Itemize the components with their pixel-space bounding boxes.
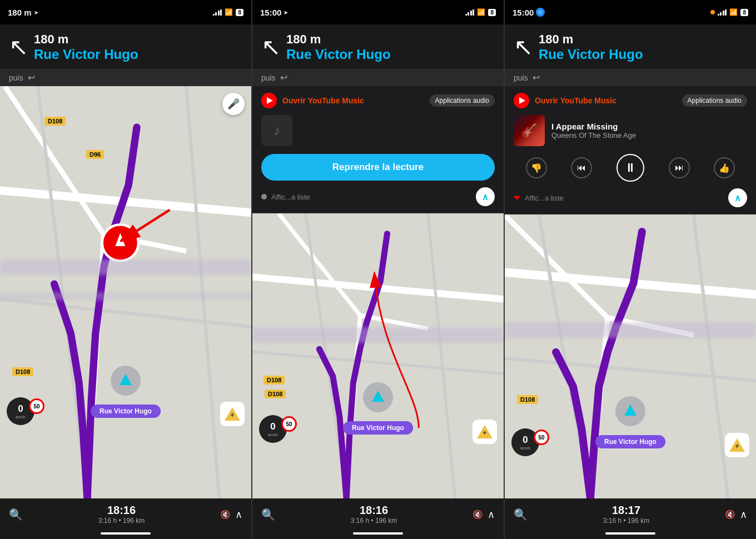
nav-distance-1: 180 m	[34, 32, 138, 47]
bottom-bar-3: 🔍 18:17 3:16 h • 196 km 🔇 ∧	[505, 498, 756, 528]
eta-details-2: 3:16 h • 196 km	[351, 517, 397, 525]
nav-street-1: Rue Victor Hugo	[34, 47, 138, 62]
search-btn-1[interactable]: 🔍	[9, 508, 23, 521]
nav-distance-3: 180 m	[539, 32, 643, 47]
car-marker-1	[111, 366, 141, 396]
speed-limit-2: 50	[281, 416, 297, 432]
next-btn[interactable]: ⏭	[669, 157, 690, 178]
voice-button-1[interactable]: 🎤	[222, 93, 245, 115]
youtube-icon-3	[514, 93, 529, 108]
yt-link-label-2[interactable]: Ouvrir YouTube Music	[282, 96, 364, 105]
street-pill-2: Rue Victor Hugo	[343, 421, 413, 435]
audio-apps-badge-2[interactable]: Applications audio	[430, 94, 495, 107]
pause-btn[interactable]: ⏸	[616, 154, 644, 182]
then-label-2: puis	[261, 73, 276, 82]
turn-arrow-3: ↖	[514, 36, 533, 59]
nav-street-2: Rue Victor Hugo	[286, 47, 391, 62]
audio-apps-badge-3[interactable]: Applications audio	[682, 94, 747, 107]
map-area-2[interactable]: D108 D108 Rue Victor Hugo 0 km/h	[252, 213, 504, 498]
mute-icon-2[interactable]: 🔇	[472, 510, 483, 520]
warning-button-1[interactable]: +	[220, 402, 245, 426]
then-arrow-icon-1: ↩	[28, 72, 35, 83]
playlist-link-2[interactable]: Affic...a liste	[271, 193, 310, 201]
track-artist: Queens Of The Stone Age	[551, 131, 636, 139]
mute-icon-3[interactable]: 🔇	[725, 510, 735, 520]
warning-button-3[interactable]: +	[725, 433, 749, 457]
road-label-d108-2a: D108	[265, 390, 286, 398]
nav-arrow-2: ➤	[284, 9, 288, 16]
search-btn-2[interactable]: 🔍	[261, 508, 275, 521]
track-title: I Appear Missing	[551, 122, 636, 131]
nav-street-3: Rue Victor Hugo	[539, 47, 643, 62]
time-1: 180 m	[8, 8, 32, 17]
map-area-1[interactable]: 🎤 D108 D96 D108 Rue Victor Hugo	[0, 86, 251, 498]
status-bar-3: 15:00 ⊙ 📶 8	[505, 0, 756, 24]
battery-1: 8	[236, 9, 243, 16]
wifi-icon-2: 📶	[477, 8, 485, 16]
road-label-d96: D96	[86, 150, 104, 159]
thumbdown-btn[interactable]: 👎	[526, 157, 547, 178]
mute-icon-1[interactable]: 🔇	[220, 510, 231, 520]
audio-panel-2: Ouvrir YouTube Music Applications audio …	[252, 86, 504, 213]
warning-button-2[interactable]: +	[472, 420, 497, 444]
battery-3: 8	[740, 9, 748, 16]
resume-button-2[interactable]: Reprendre la lecture	[261, 154, 495, 181]
status-bar-1: 180 m ➤ 📶 8	[0, 0, 252, 24]
then-label-3: puis	[514, 73, 528, 82]
speed-limit-1: 50	[29, 398, 44, 414]
road-label-d108-top: D108	[44, 117, 66, 126]
nav-header-1: ↖ 180 m Rue Victor Hugo	[0, 24, 252, 69]
phone-panel-1: 🎤 D108 D96 D108 Rue Victor Hugo	[0, 86, 252, 539]
street-pill-1: Rue Victor Hugo	[91, 405, 161, 418]
nav-arrow-1: ➤	[34, 9, 38, 16]
then-row-1: puis ↩	[0, 69, 252, 86]
prev-btn[interactable]: ⏮	[571, 157, 592, 178]
car-marker-2	[363, 382, 393, 412]
eta-details-3: 3:16 h • 196 km	[603, 517, 650, 525]
battery-2: 8	[488, 9, 496, 16]
bottom-bar-1: 🔍 18:16 3:16 h • 196 km 🔇 ∧	[0, 498, 251, 528]
turn-arrow-2: ↖	[261, 36, 281, 59]
nav-header-2: ↖ 180 m Rue Victor Hugo	[252, 24, 505, 69]
speed-limit-3: 50	[534, 430, 549, 445]
music-placeholder-2: ♪	[261, 115, 292, 146]
playlist-link-3[interactable]: Affic...a liste	[525, 194, 564, 202]
eta-time-1: 18:16	[98, 504, 145, 517]
then-arrow-icon-2: ↩	[280, 72, 287, 83]
expand-btn-3[interactable]: ∧	[740, 508, 747, 521]
phone-panel-2: Ouvrir YouTube Music Applications audio …	[252, 86, 505, 539]
yt-link-label-3[interactable]: Ouvrir YouTube Music	[535, 96, 616, 105]
eta-details-1: 3:16 h • 196 km	[98, 517, 145, 525]
expand-btn-1[interactable]: ∧	[235, 508, 242, 521]
search-btn-3[interactable]: 🔍	[514, 508, 528, 521]
wifi-icon-3: 📶	[729, 8, 738, 16]
svg-rect-20	[505, 214, 756, 498]
street-pill-3: Rue Victor Hugo	[595, 435, 665, 448]
thumbup-btn[interactable]: 👍	[714, 157, 735, 178]
status-bar-2: 15:00 ➤ 📶 8	[252, 0, 505, 24]
expand-btn-2[interactable]: ∧	[488, 508, 495, 521]
audio-panel-3: Ouvrir YouTube Music Applications audio …	[505, 86, 756, 214]
album-art-3: 🎸	[514, 115, 545, 146]
youtube-icon-2	[261, 93, 277, 108]
location-icon: ⊙	[536, 8, 545, 17]
then-row-2: puis ↩	[252, 69, 505, 86]
time-3: 15:00	[513, 8, 534, 17]
then-arrow-icon-3: ↩	[533, 72, 540, 83]
wifi-icon-1: 📶	[225, 8, 233, 16]
bottom-bar-2: 🔍 18:16 3:16 h • 196 km 🔇 ∧	[252, 498, 504, 528]
eta-time-3: 18:17	[603, 504, 650, 517]
time-2: 15:00	[260, 8, 281, 17]
nav-header-3: ↖ 180 m Rue Victor Hugo	[505, 24, 756, 69]
map-area-3[interactable]: D108 Rue Victor Hugo 0 km/h 50	[505, 214, 756, 498]
phone-panel-3: Ouvrir YouTube Music Applications audio …	[505, 86, 756, 539]
turn-arrow-1: ↖	[9, 36, 28, 59]
car-marker-3	[615, 396, 645, 426]
then-label-1: puis	[9, 73, 23, 82]
chevron-up-3[interactable]: ∧	[728, 188, 747, 207]
road-label-d108-bottom: D108	[12, 367, 33, 376]
then-row-3: puis ↩	[505, 69, 756, 86]
road-label-d108-3: D108	[517, 395, 538, 404]
chevron-up-2[interactable]: ∧	[476, 187, 495, 206]
road-label-d108-2b: D108	[263, 376, 285, 385]
